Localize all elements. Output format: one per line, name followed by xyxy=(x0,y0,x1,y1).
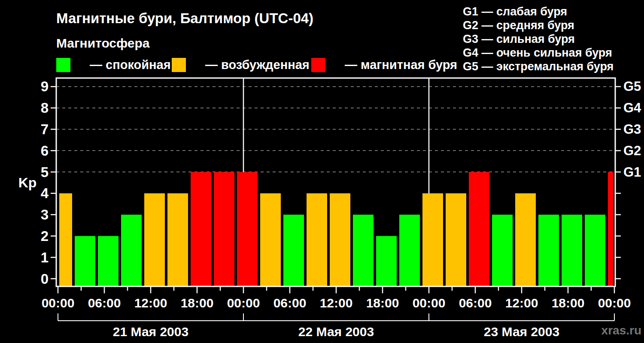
day-label: 23 Мая 2003 xyxy=(484,325,559,339)
watermark-xras: xras.ru xyxy=(601,324,641,337)
x-tick-label: 00:00 xyxy=(42,296,75,310)
g-legend-line-g3: G3 — сильная буря xyxy=(463,32,614,46)
x-tick-label: 00:00 xyxy=(598,296,631,310)
y-tick-label: 6 xyxy=(41,143,49,159)
kp-bar xyxy=(260,193,281,286)
x-tick-label: 00:00 xyxy=(227,296,260,310)
x-tick-label: 06:00 xyxy=(273,296,307,310)
kp-bar xyxy=(75,236,95,286)
kp-bar xyxy=(330,193,350,286)
g-scale-label: G2 xyxy=(623,143,641,158)
legend-item-quiet: — спокойная xyxy=(56,57,171,72)
g-scale-legend: G1 — слабая буря G2 — средняя буря G3 — … xyxy=(463,5,614,73)
kp-bar xyxy=(144,193,165,286)
storm-color-swatch xyxy=(311,58,325,72)
y-tick-label: 1 xyxy=(41,250,49,265)
kp-bar xyxy=(562,215,582,286)
x-tick-label: 00:00 xyxy=(413,296,446,310)
kp-bar xyxy=(98,236,118,286)
g-scale-label: G5 xyxy=(623,79,641,94)
y-tick-label: 4 xyxy=(41,185,49,201)
magnetic-storms-page: { "header": { "title": "Магнитные бури, … xyxy=(0,0,644,343)
g-scale-label: G1 xyxy=(623,165,641,180)
g-scale-label: G3 xyxy=(623,122,641,137)
y-tick-label: 9 xyxy=(41,78,49,94)
x-tick-label: 12:00 xyxy=(505,296,538,310)
chart-subtitle: Магнитосфера xyxy=(56,36,150,51)
g-legend-line-g1: G1 — слабая буря xyxy=(463,5,614,18)
x-tick-label: 06:00 xyxy=(88,296,121,310)
legend-item-storm: — магнитная буря xyxy=(311,57,457,72)
y-tick-label: 5 xyxy=(41,164,49,180)
x-tick-label: 12:00 xyxy=(320,296,353,310)
g-scale-label: G4 xyxy=(623,100,641,115)
kp-bar xyxy=(585,215,605,286)
x-tick-label: 18:00 xyxy=(366,296,399,310)
x-tick-label: 18:00 xyxy=(552,296,585,310)
x-tick-label: 12:00 xyxy=(134,296,167,310)
kp-bar xyxy=(214,172,234,286)
kp-bar xyxy=(307,193,327,286)
chart-title: Магнитные бури, Балтимор (UTC-04) xyxy=(56,10,313,27)
kp-bar xyxy=(422,193,443,286)
kp-bar xyxy=(399,215,420,286)
kp-bar xyxy=(191,172,211,286)
y-tick-label: 8 xyxy=(41,100,49,116)
kp-bar xyxy=(121,215,142,286)
y-axis-title: Kp xyxy=(18,175,37,190)
g-legend-line-g4: G4 — очень сильная буря xyxy=(463,46,614,60)
kp-bar xyxy=(353,215,374,286)
quiet-color-swatch xyxy=(56,58,70,72)
day-label: 21 Мая 2003 xyxy=(113,325,188,339)
legend-label-storm: — магнитная буря xyxy=(345,58,457,72)
g-legend-line-g2: G2 — средняя буря xyxy=(463,18,614,32)
kp-bar xyxy=(492,215,513,286)
kp-bar xyxy=(283,215,304,286)
kp-bar xyxy=(167,193,188,286)
g-legend-line-g5: G5 — экстремальная буря xyxy=(463,60,614,73)
x-tick-label: 06:00 xyxy=(459,296,492,310)
legend-label-excited: — возбужденная xyxy=(205,58,310,72)
kp-bar xyxy=(446,193,466,286)
y-tick-label: 7 xyxy=(41,121,49,137)
kp-bar xyxy=(376,236,397,286)
y-tick-label: 2 xyxy=(41,228,49,244)
legend-item-excited: — возбужденная xyxy=(172,57,310,72)
kp-bar xyxy=(59,193,72,286)
kp-bar xyxy=(469,172,489,286)
kp-bar xyxy=(608,172,613,286)
day-label: 22 Мая 2003 xyxy=(298,325,374,339)
x-tick-label: 18:00 xyxy=(181,296,214,310)
kp-bar xyxy=(237,172,258,286)
legend-label-quiet: — спокойная xyxy=(90,58,171,72)
y-tick-label: 3 xyxy=(41,207,49,223)
kp-bar xyxy=(538,215,559,286)
excited-color-swatch xyxy=(172,58,186,72)
kp-bar xyxy=(515,193,536,286)
y-tick-label: 0 xyxy=(41,271,49,287)
